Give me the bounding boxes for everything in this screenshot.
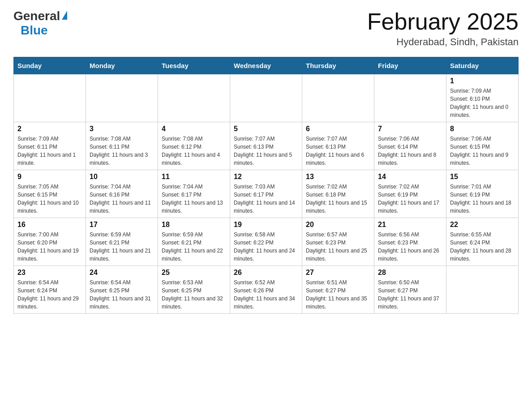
sunset-text: Sunset: 6:12 PM (162, 144, 202, 150)
sunset-text: Sunset: 6:11 PM (17, 144, 57, 150)
daylight-text: Daylight: 11 hours and 17 minutes. (378, 200, 439, 214)
sunrise-text: Sunrise: 6:54 AM (17, 279, 58, 286)
daylight-text: Daylight: 11 hours and 15 minutes. (306, 200, 367, 214)
sunrise-text: Sunrise: 6:51 AM (306, 279, 347, 286)
sunrise-text: Sunrise: 7:03 AM (234, 184, 275, 190)
daylight-text: Daylight: 11 hours and 6 minutes. (306, 152, 364, 166)
day-info: Sunrise: 7:04 AMSunset: 6:17 PMDaylight:… (162, 183, 226, 215)
day-number: 9 (17, 173, 82, 181)
day-number: 1 (450, 77, 515, 85)
calendar-cell: 24Sunrise: 6:54 AMSunset: 6:25 PMDayligh… (86, 266, 158, 314)
day-info: Sunrise: 7:01 AMSunset: 6:19 PMDaylight:… (450, 183, 515, 215)
daylight-text: Daylight: 11 hours and 31 minutes. (90, 295, 151, 310)
logo: General Blue (13, 9, 67, 38)
sunset-text: Sunset: 6:20 PM (17, 240, 57, 246)
location-title: Hyderabad, Sindh, Pakistan (367, 36, 519, 48)
daylight-text: Daylight: 11 hours and 32 minutes. (162, 295, 223, 310)
daylight-text: Daylight: 11 hours and 8 minutes. (378, 152, 436, 166)
sunrise-text: Sunrise: 7:09 AM (17, 136, 58, 142)
sunset-text: Sunset: 6:21 PM (162, 240, 202, 246)
day-number: 24 (90, 269, 154, 277)
day-info: Sunrise: 7:06 AMSunset: 6:15 PMDaylight:… (450, 135, 515, 167)
col-saturday: Saturday (446, 57, 519, 74)
calendar-header: Sunday Monday Tuesday Wednesday Thursday… (14, 57, 519, 74)
day-info: Sunrise: 7:09 AMSunset: 6:10 PMDaylight:… (450, 87, 515, 119)
day-info: Sunrise: 7:02 AMSunset: 6:19 PMDaylight:… (378, 183, 442, 215)
calendar-cell (374, 74, 446, 122)
daylight-text: Daylight: 11 hours and 11 minutes. (90, 200, 151, 214)
day-info: Sunrise: 6:55 AMSunset: 6:24 PMDaylight:… (450, 231, 515, 263)
col-monday: Monday (86, 57, 158, 74)
day-number: 14 (378, 173, 442, 181)
day-number: 22 (450, 221, 515, 229)
calendar-week-row: 2Sunrise: 7:09 AMSunset: 6:11 PMDaylight… (14, 122, 519, 170)
day-info: Sunrise: 6:54 AMSunset: 6:25 PMDaylight:… (90, 278, 154, 311)
sunset-text: Sunset: 6:17 PM (234, 192, 274, 198)
calendar-cell: 10Sunrise: 7:04 AMSunset: 6:16 PMDayligh… (86, 170, 158, 218)
sunrise-text: Sunrise: 7:02 AM (378, 184, 419, 190)
calendar-cell: 6Sunrise: 7:07 AMSunset: 6:13 PMDaylight… (302, 122, 374, 170)
sunset-text: Sunset: 6:27 PM (306, 287, 346, 294)
day-number: 25 (162, 269, 226, 277)
calendar-cell: 20Sunrise: 6:57 AMSunset: 6:23 PMDayligh… (302, 218, 374, 266)
day-number: 8 (450, 125, 515, 133)
day-number: 27 (306, 269, 370, 277)
logo-triangle-icon (62, 11, 67, 20)
calendar-cell: 26Sunrise: 6:52 AMSunset: 6:26 PMDayligh… (230, 266, 302, 314)
sunset-text: Sunset: 6:19 PM (450, 192, 490, 198)
sunrise-text: Sunrise: 6:57 AM (306, 231, 347, 238)
daylight-text: Daylight: 11 hours and 13 minutes. (162, 200, 223, 214)
calendar-cell: 28Sunrise: 6:50 AMSunset: 6:27 PMDayligh… (374, 266, 446, 314)
day-info: Sunrise: 6:53 AMSunset: 6:25 PMDaylight:… (162, 278, 226, 311)
calendar-cell (14, 74, 86, 122)
calendar-cell: 23Sunrise: 6:54 AMSunset: 6:24 PMDayligh… (14, 266, 86, 314)
daylight-text: Daylight: 11 hours and 26 minutes. (378, 248, 439, 262)
daylight-text: Daylight: 11 hours and 9 minutes. (450, 152, 508, 166)
sunset-text: Sunset: 6:14 PM (378, 144, 418, 150)
daylight-text: Daylight: 11 hours and 10 minutes. (17, 200, 79, 214)
sunrise-text: Sunrise: 6:50 AM (378, 279, 419, 286)
sunrise-text: Sunrise: 6:52 AM (234, 279, 275, 286)
calendar-cell: 2Sunrise: 7:09 AMSunset: 6:11 PMDaylight… (14, 122, 86, 170)
day-number: 4 (162, 125, 226, 133)
calendar-body: 1Sunrise: 7:09 AMSunset: 6:10 PMDaylight… (14, 74, 519, 314)
calendar-cell: 9Sunrise: 7:05 AMSunset: 6:15 PMDaylight… (14, 170, 86, 218)
calendar-cell: 13Sunrise: 7:02 AMSunset: 6:18 PMDayligh… (302, 170, 374, 218)
calendar-cell: 11Sunrise: 7:04 AMSunset: 6:17 PMDayligh… (158, 170, 230, 218)
calendar-cell: 12Sunrise: 7:03 AMSunset: 6:17 PMDayligh… (230, 170, 302, 218)
day-number: 5 (234, 125, 298, 133)
day-info: Sunrise: 7:07 AMSunset: 6:13 PMDaylight:… (306, 135, 370, 167)
sunset-text: Sunset: 6:24 PM (450, 240, 490, 246)
sunrise-text: Sunrise: 6:54 AM (90, 279, 130, 286)
calendar-cell: 17Sunrise: 6:59 AMSunset: 6:21 PMDayligh… (86, 218, 158, 266)
day-info: Sunrise: 7:06 AMSunset: 6:14 PMDaylight:… (378, 135, 442, 167)
day-info: Sunrise: 7:03 AMSunset: 6:17 PMDaylight:… (234, 183, 298, 215)
day-number: 3 (90, 125, 154, 133)
day-number: 18 (162, 221, 226, 229)
sunrise-text: Sunrise: 7:01 AM (450, 184, 491, 190)
calendar-cell: 16Sunrise: 7:00 AMSunset: 6:20 PMDayligh… (14, 218, 86, 266)
daylight-text: Daylight: 11 hours and 29 minutes. (17, 295, 79, 310)
col-friday: Friday (374, 57, 446, 74)
calendar-cell: 5Sunrise: 7:07 AMSunset: 6:13 PMDaylight… (230, 122, 302, 170)
sunrise-text: Sunrise: 6:58 AM (234, 231, 275, 238)
daylight-text: Daylight: 11 hours and 18 minutes. (450, 200, 511, 214)
calendar-cell: 14Sunrise: 7:02 AMSunset: 6:19 PMDayligh… (374, 170, 446, 218)
day-info: Sunrise: 6:56 AMSunset: 6:23 PMDaylight:… (378, 231, 442, 263)
sunset-text: Sunset: 6:26 PM (234, 287, 274, 294)
header-row: Sunday Monday Tuesday Wednesday Thursday… (14, 57, 519, 74)
sunset-text: Sunset: 6:16 PM (90, 192, 129, 198)
sunset-text: Sunset: 6:25 PM (162, 287, 202, 294)
sunrise-text: Sunrise: 6:55 AM (450, 231, 491, 238)
day-info: Sunrise: 6:59 AMSunset: 6:21 PMDaylight:… (90, 231, 154, 263)
calendar-cell: 27Sunrise: 6:51 AMSunset: 6:27 PMDayligh… (302, 266, 374, 314)
day-number: 21 (378, 221, 442, 229)
sunset-text: Sunset: 6:27 PM (378, 287, 418, 294)
calendar-week-row: 9Sunrise: 7:05 AMSunset: 6:15 PMDaylight… (14, 170, 519, 218)
calendar-cell: 18Sunrise: 6:59 AMSunset: 6:21 PMDayligh… (158, 218, 230, 266)
calendar-cell (86, 74, 158, 122)
sunset-text: Sunset: 6:13 PM (234, 144, 274, 150)
sunset-text: Sunset: 6:19 PM (378, 192, 418, 198)
sunrise-text: Sunrise: 7:07 AM (306, 136, 347, 142)
sunset-text: Sunset: 6:24 PM (17, 287, 57, 294)
